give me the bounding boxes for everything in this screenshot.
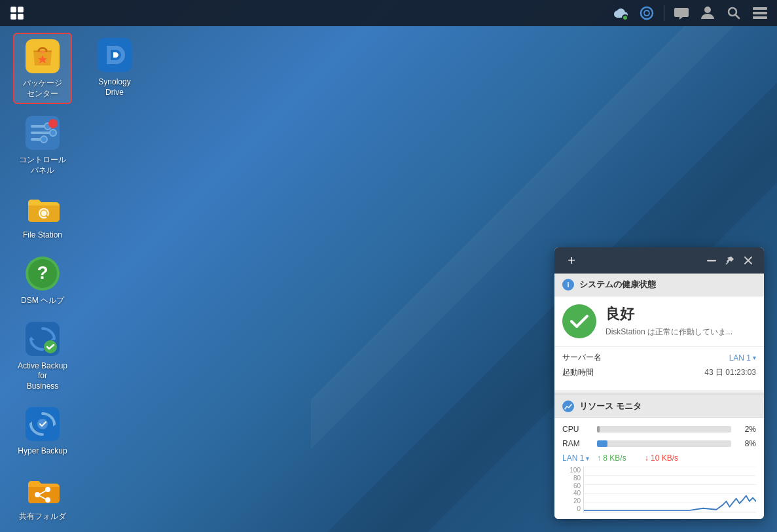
resource-monitor-header: リソース モニタ: [554, 395, 764, 418]
widget-header-left: +: [562, 251, 581, 270]
resource-monitor-section: リソース モニタ CPU 2% RAM 8%: [554, 393, 764, 519]
resource-body: CPU 2% RAM 8% LAN 1: [554, 418, 764, 519]
network-chart: 100 80 60 40 20 0: [562, 467, 756, 512]
uptime-label: 起動時間: [562, 367, 594, 378]
svg-point-29: [37, 419, 48, 429]
svg-text:?: ?: [37, 262, 48, 283]
health-status-circle: [562, 304, 596, 338]
system-health-header: i システムの健康状態: [554, 274, 764, 296]
chart-area: [583, 467, 756, 512]
widget-pin-button[interactable]: [722, 253, 738, 268]
synology-account-icon[interactable]: [635, 1, 659, 25]
taskbar: [0, 0, 777, 26]
server-name-row: サーバー名 LAN 1: [562, 352, 756, 363]
package-center-img: [24, 38, 61, 75]
svg-point-32: [45, 497, 50, 503]
svg-rect-1: [18, 7, 24, 12]
svg-rect-7: [753, 7, 767, 10]
active-backup-label: Active Backup forBusiness: [17, 361, 68, 392]
uptime-row: 起動時間 43 日 01:23:03: [562, 367, 756, 378]
upload-speed: ↑ 8 KB/s: [597, 453, 626, 463]
lan-speed-row: LAN 1 ↑ 8 KB/s ↓ 10 KB/s: [562, 453, 756, 463]
package-center-icon[interactable]: パッケージセンター: [13, 33, 72, 104]
hyper-backup-icon[interactable]: Hyper Backup: [13, 402, 72, 461]
dsm-help-img: ?: [24, 255, 61, 292]
svg-point-30: [35, 492, 40, 497]
file-station-label: File Station: [23, 230, 62, 241]
svg-rect-15: [31, 132, 50, 134]
control-panel-label: コントロール パネル: [17, 155, 68, 175]
hyper-backup-img: [24, 406, 61, 442]
ram-label: RAM: [562, 439, 592, 448]
svg-rect-8: [753, 12, 767, 14]
taskbar-left: [5, 1, 29, 25]
health-status-text: 良好: [605, 304, 732, 324]
svg-rect-0: [10, 7, 16, 12]
ram-row: RAM 8%: [562, 439, 756, 448]
widget-close-button[interactable]: [740, 253, 756, 268]
file-station-icon[interactable]: File Station: [13, 186, 72, 245]
health-info-text: 良好 DiskStation は正常に作動していま...: [605, 304, 732, 338]
synology-drive-label: Synology Drive: [89, 77, 140, 98]
dsm-help-label: DSM ヘルプ: [21, 296, 64, 306]
desktop-icons-row-1: パッケージセンター Synology Drive: [13, 33, 144, 104]
desktop-icons-area: パッケージセンター Synology Drive: [13, 33, 144, 526]
cpu-percent-value: 2%: [736, 425, 756, 434]
svg-point-5: [704, 7, 711, 13]
widget-minimize-button[interactable]: [704, 253, 719, 268]
health-info-icon: i: [562, 279, 574, 291]
resource-monitor-title: リソース モニタ: [579, 400, 641, 412]
file-station-img: [24, 190, 61, 226]
cpu-label: CPU: [562, 425, 592, 434]
cloud-status-dot: [622, 14, 628, 21]
health-body: 良好 DiskStation は正常に作動していま...: [554, 296, 764, 346]
download-arrow-icon: ↓: [645, 453, 651, 463]
user-account-icon[interactable]: [696, 1, 719, 25]
widget-add-button[interactable]: +: [562, 251, 581, 270]
system-health-section: i システムの健康状態 良好 DiskStation は正常に作動していま...…: [554, 274, 764, 390]
svg-rect-3: [18, 14, 24, 20]
control-panel-img: [24, 115, 61, 151]
svg-rect-14: [31, 125, 45, 128]
package-center-label: パッケージセンター: [23, 79, 62, 99]
control-panel-icon[interactable]: コントロール パネル: [13, 111, 72, 179]
hyper-backup-label: Hyper Backup: [18, 446, 67, 457]
taskbar-divider-1: [664, 5, 664, 21]
view-toggle-icon[interactable]: [748, 1, 772, 25]
search-icon[interactable]: [722, 1, 746, 25]
shared-folder-label: 共有フォルダ: [19, 512, 66, 522]
shared-folder-img: [24, 471, 61, 508]
lan-selector-button[interactable]: LAN 1: [729, 353, 756, 363]
svg-point-18: [50, 130, 56, 136]
cpu-row: CPU 2%: [562, 425, 756, 434]
cloud-status-icon[interactable]: [609, 1, 632, 25]
desktop: パッケージセンター Synology Drive: [0, 0, 777, 532]
uptime-value: 43 日 01:23:03: [704, 367, 756, 378]
cpu-progress-fill: [597, 426, 600, 433]
svg-rect-33: [707, 260, 716, 262]
dsm-help-icon[interactable]: ? DSM ヘルプ: [13, 251, 72, 310]
chart-y-labels: 100 80 60 40 20 0: [562, 467, 583, 512]
server-name-label: サーバー名: [562, 352, 602, 363]
active-backup-icon[interactable]: Active Backup forBusiness: [13, 317, 72, 396]
shared-folder-icon[interactable]: 共有フォルダ: [13, 467, 72, 526]
widget-panel: +: [554, 247, 764, 519]
message-icon[interactable]: [670, 1, 693, 25]
synology-drive-icon[interactable]: Synology Drive: [85, 33, 144, 101]
lan-speed-selector[interactable]: LAN 1: [562, 453, 592, 463]
svg-point-19: [41, 136, 47, 143]
active-backup-img: [24, 321, 61, 357]
server-info-area: サーバー名 LAN 1 起動時間 43 日 01:23:03: [554, 346, 764, 390]
upload-arrow-icon: ↑: [597, 453, 603, 463]
synology-drive-img: [96, 37, 133, 73]
main-menu-button[interactable]: [5, 1, 29, 25]
svg-line-34: [726, 262, 729, 264]
svg-rect-2: [10, 14, 16, 20]
system-health-title: システムの健康状態: [579, 279, 656, 291]
ram-progress-bar: [597, 440, 731, 447]
svg-rect-11: [40, 51, 45, 53]
resource-monitor-icon: [562, 400, 574, 412]
svg-point-20: [48, 119, 58, 128]
cpu-progress-bar: [597, 426, 731, 433]
taskbar-right: [609, 1, 772, 25]
